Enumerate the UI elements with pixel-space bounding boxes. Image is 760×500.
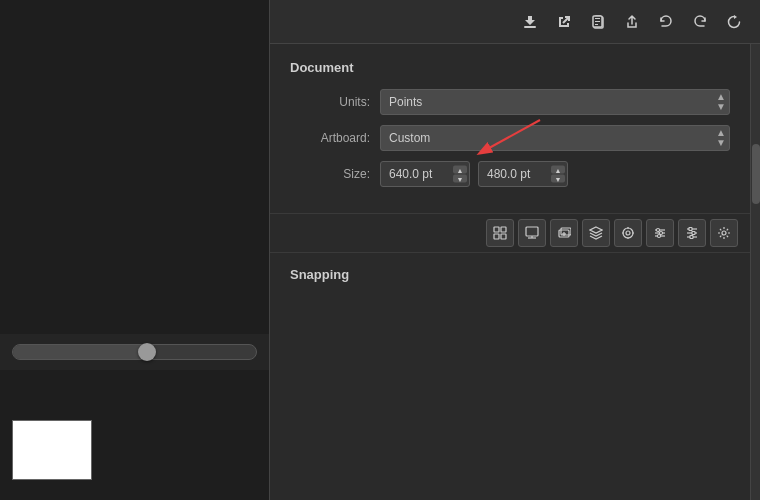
- svg-point-16: [623, 228, 633, 238]
- height-spinners: ▲ ▼: [551, 166, 565, 183]
- artboard-row: Artboard: Custom Letter A4 iPhone iPad D…: [290, 125, 730, 151]
- redo-icon[interactable]: [686, 8, 714, 36]
- units-row: Units: Points Pixels Inches Centimeters …: [290, 89, 730, 115]
- panel-scroll-area: Document Units: Points Pixels Inches Cen…: [270, 44, 760, 500]
- artboard-select[interactable]: Custom Letter A4 iPhone iPad Desktop: [380, 125, 730, 151]
- document-section: Document Units: Points Pixels Inches Cen…: [270, 44, 750, 213]
- svg-point-26: [660, 232, 663, 235]
- size-label: Size:: [290, 167, 370, 181]
- snapping-section-title: Snapping: [290, 267, 730, 282]
- svg-rect-33: [690, 236, 693, 239]
- svg-rect-32: [692, 232, 695, 235]
- height-input-wrapper: ▲ ▼: [478, 161, 568, 187]
- top-toolbar: [270, 0, 760, 44]
- sliders-icon[interactable]: [646, 219, 674, 247]
- adjust-icon[interactable]: [678, 219, 706, 247]
- document-section-title: Document: [290, 60, 730, 75]
- width-input-wrapper: ▲ ▼: [380, 161, 470, 187]
- layers-icon[interactable]: [582, 219, 610, 247]
- units-select[interactable]: Points Pixels Inches Centimeters Millime…: [380, 89, 730, 115]
- add-layer-icon[interactable]: [550, 219, 578, 247]
- clipboard-icon[interactable]: [584, 8, 612, 36]
- snapping-section: Snapping: [270, 253, 750, 310]
- units-select-wrapper[interactable]: Points Pixels Inches Centimeters Millime…: [380, 89, 730, 115]
- slider-track[interactable]: [12, 344, 257, 360]
- svg-point-27: [658, 235, 661, 238]
- scroll-thumb[interactable]: [752, 144, 760, 204]
- size-row: Size: ▲ ▼ ▲: [290, 161, 730, 187]
- slider-fill: [13, 345, 147, 359]
- width-up-btn[interactable]: ▲: [453, 166, 467, 174]
- slider-container: [0, 334, 269, 370]
- height-down-btn[interactable]: ▼: [551, 175, 565, 183]
- height-up-btn[interactable]: ▲: [551, 166, 565, 174]
- panel-body: Document Units: Points Pixels Inches Cen…: [270, 44, 750, 500]
- slider-thumb[interactable]: [138, 343, 156, 361]
- svg-point-25: [657, 229, 660, 232]
- effects-icon[interactable]: [614, 219, 642, 247]
- artboard-select-wrapper[interactable]: Custom Letter A4 iPhone iPad Desktop ▲▼: [380, 125, 730, 151]
- svg-rect-6: [501, 227, 506, 232]
- svg-rect-5: [494, 227, 499, 232]
- svg-rect-7: [494, 234, 499, 239]
- left-sidebar: [0, 0, 270, 500]
- export-icon[interactable]: [550, 8, 578, 36]
- artboard-row-container: Artboard: Custom Letter A4 iPhone iPad D…: [290, 125, 730, 151]
- scroll-bar[interactable]: [750, 44, 760, 500]
- canvas-thumbnail: [12, 420, 92, 480]
- width-spinners: ▲ ▼: [453, 166, 467, 183]
- svg-point-34: [722, 231, 726, 235]
- width-down-btn[interactable]: ▼: [453, 175, 467, 183]
- units-label: Units:: [290, 95, 370, 109]
- svg-rect-8: [501, 234, 506, 239]
- icon-toolbar: [270, 213, 750, 253]
- share-icon[interactable]: [618, 8, 646, 36]
- svg-rect-31: [689, 228, 692, 231]
- undo-icon[interactable]: [652, 8, 680, 36]
- canvas-icon[interactable]: [518, 219, 546, 247]
- refresh-icon[interactable]: [720, 8, 748, 36]
- artboard-label: Artboard:: [290, 131, 370, 145]
- gear-icon[interactable]: [710, 219, 738, 247]
- settings-grid-icon[interactable]: [486, 219, 514, 247]
- svg-rect-0: [524, 26, 536, 28]
- size-inputs: ▲ ▼ ▲ ▼: [380, 161, 568, 187]
- svg-rect-9: [526, 227, 538, 236]
- download-icon[interactable]: [516, 8, 544, 36]
- svg-point-17: [626, 231, 630, 235]
- right-panel: Document Units: Points Pixels Inches Cen…: [270, 0, 760, 500]
